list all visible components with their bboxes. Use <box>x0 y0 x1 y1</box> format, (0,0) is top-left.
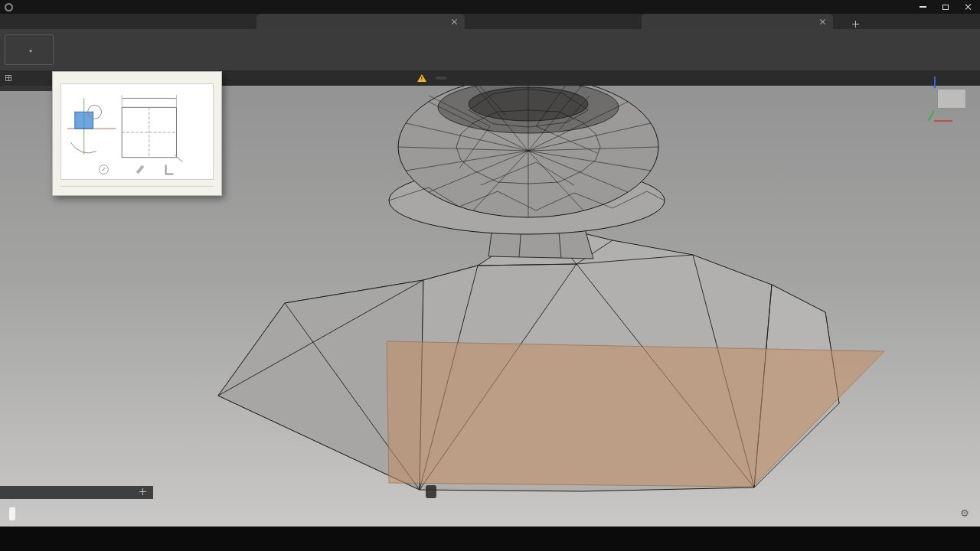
close-icon <box>965 3 972 11</box>
z-axis-line <box>934 77 936 88</box>
plus-icon <box>139 488 146 495</box>
titlebar <box>0 0 980 14</box>
document-tab-untitled-3[interactable] <box>642 14 833 29</box>
tab-close-icon[interactable] <box>819 18 826 25</box>
windows-taskbar <box>0 527 980 551</box>
create-sketch-tooltip: ✓ <box>52 71 222 196</box>
document-tabbar <box>0 14 980 29</box>
comments-bar[interactable] <box>0 486 153 499</box>
ribbon <box>0 29 980 70</box>
warning-icon <box>417 74 426 82</box>
timeline-track[interactable] <box>9 507 15 520</box>
x-axis-line <box>934 120 952 122</box>
viewcube[interactable] <box>926 77 969 126</box>
chevron-down-icon <box>29 46 32 54</box>
timeline <box>0 505 184 523</box>
add-comment-button[interactable] <box>139 488 146 497</box>
window-controls <box>911 0 980 14</box>
close-button[interactable] <box>957 0 980 14</box>
ribbon-groups <box>58 41 980 70</box>
workspace-selector[interactable] <box>5 34 54 65</box>
tooltip-footer <box>60 186 214 191</box>
maximize-icon <box>942 5 949 10</box>
section-plane <box>387 341 884 487</box>
navigation-bar <box>426 485 436 498</box>
tab-close-icon[interactable] <box>451 18 458 25</box>
minimize-icon <box>920 6 926 7</box>
viewcube-front-face[interactable] <box>937 89 966 109</box>
quick-access-toolbar <box>2 14 8 29</box>
unsaved-status <box>417 70 457 86</box>
fusion-app-icon <box>5 3 13 11</box>
panel-grid-icon <box>5 75 11 81</box>
plus-icon <box>852 21 859 28</box>
svg-text:✓: ✓ <box>101 166 106 173</box>
minimize-button[interactable] <box>911 0 934 14</box>
maximize-button[interactable] <box>934 0 957 14</box>
ribbon-tabs <box>58 29 980 41</box>
preferences-gear-icon[interactable] <box>960 507 969 519</box>
tooltip-illustration: ✓ <box>60 83 214 180</box>
document-tab-untitled-2[interactable] <box>256 14 465 29</box>
unsaved-message-chip <box>436 77 446 80</box>
